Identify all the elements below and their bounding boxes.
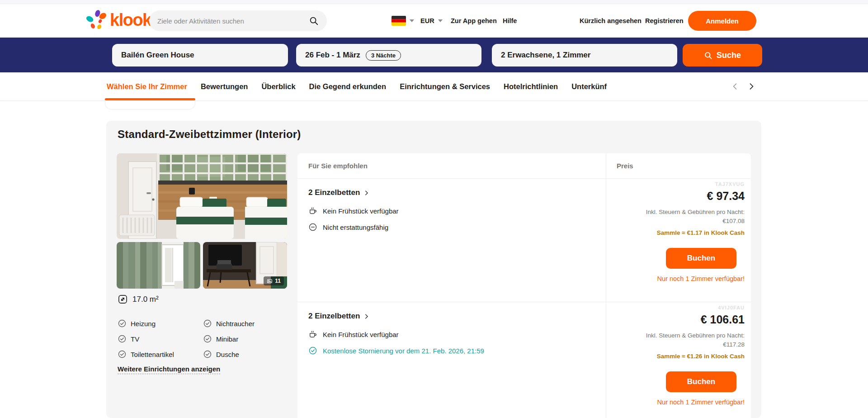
tab-hotelrichtlinien[interactable]: Hotelrichtlinien xyxy=(504,82,558,91)
destination-field[interactable]: Bailén Green House xyxy=(112,44,288,66)
room-size-value: 17.0 m² xyxy=(132,295,159,304)
bed-type-link[interactable]: 2 Einzelbetten xyxy=(308,312,370,321)
refund-policy: Nicht erstattungsfähig xyxy=(308,223,388,232)
amenity-item: TV xyxy=(118,334,203,344)
klook-logo-burst-icon xyxy=(86,10,107,30)
room-photo-main[interactable] xyxy=(117,153,287,239)
room-photo-thumb-curtains[interactable] xyxy=(117,242,200,289)
tax-note: Inkl. Steuern & Gebühren pro Nacht: xyxy=(646,332,745,339)
search-placeholder: Ziele oder Aktivitäten suchen xyxy=(157,17,309,25)
search-icon[interactable] xyxy=(309,16,319,26)
check-circle-icon xyxy=(118,334,127,343)
tabs-scroll-left-icon[interactable] xyxy=(731,72,740,100)
tabs-scroll-right-icon[interactable] xyxy=(747,72,756,100)
tax-price: €117.28 xyxy=(723,341,745,348)
book-button[interactable]: Buchen xyxy=(666,371,736,392)
tab-unterkuenfte[interactable]: Unterkünf xyxy=(571,82,607,91)
amenity-item: Minibar xyxy=(203,334,255,344)
breakfast-info: Kein Frühstück verfügbar xyxy=(308,206,399,215)
room-size-icon xyxy=(118,294,128,304)
register-link[interactable]: Registrieren xyxy=(645,4,684,38)
language-selector[interactable] xyxy=(392,4,414,38)
section-tabbar: Wählen Sie Ihr Zimmer Bewertungen Überbl… xyxy=(0,72,868,101)
chevron-right-icon xyxy=(363,190,370,196)
room-price: € 106.61 xyxy=(701,313,745,326)
tab-bewertungen[interactable]: Bewertungen xyxy=(201,82,248,91)
search-icon xyxy=(704,51,712,60)
tab-ueberblick[interactable]: Überblick xyxy=(261,82,295,91)
rate-option-row: 2 Einzelbetten Kein Frühstück verfügbar … xyxy=(297,302,751,418)
header-search-input[interactable]: Ziele oder Aktivitäten suchen xyxy=(149,10,327,31)
destination-value: Bailén Green House xyxy=(121,51,194,60)
recommended-column-header: Für Sie empfohlen xyxy=(308,153,368,178)
price-column-header: Preis xyxy=(617,153,633,178)
rate-code: TAJ7XVUG xyxy=(715,181,745,187)
tax-note: Inkl. Steuern & Gebühren pro Nacht: xyxy=(646,209,745,215)
active-tab-pill xyxy=(105,100,195,109)
rate-code: 4VIJ0FAU xyxy=(718,305,745,310)
no-refund-icon xyxy=(308,223,317,232)
chevron-down-icon xyxy=(438,19,443,22)
check-circle-icon xyxy=(203,350,212,359)
klook-logo-text: klook xyxy=(110,10,151,30)
active-tab-underline xyxy=(105,98,195,100)
photo-icon xyxy=(267,278,273,284)
tax-price: €107.08 xyxy=(722,218,745,224)
photo-count-badge[interactable]: 11 xyxy=(264,276,284,285)
klook-cash-reward: Sammle ≈ €1.17 in Klook Cash xyxy=(657,229,745,236)
klook-logo[interactable]: klook xyxy=(86,10,151,30)
guests-value: 2 Erwachsene, 1 Zimmer xyxy=(501,51,590,60)
top-strip xyxy=(0,0,868,4)
dates-value: 26 Feb - 1 März xyxy=(305,51,360,60)
room-card: Standard-Zweibettzimmer (Interior) xyxy=(106,121,761,418)
hotel-search-bar: Bailén Green House 26 Feb - 1 März 3 Näc… xyxy=(0,38,868,72)
availability-warning: Nur noch 1 Zimmer verfügbar! xyxy=(657,275,745,282)
help-link[interactable]: Hilfe xyxy=(503,4,517,38)
tab-zimmer[interactable]: Wählen Sie Ihr Zimmer xyxy=(107,82,187,91)
photo-count: 11 xyxy=(275,278,281,284)
check-circle-icon xyxy=(308,346,317,355)
chevron-down-icon xyxy=(410,19,414,22)
search-submit-button[interactable]: Suche xyxy=(683,44,762,66)
site-header: klook Ziele oder Aktivitäten suchen EUR … xyxy=(0,4,868,38)
amenities-list: Heizung Nichtraucher TV Minibar Toilette… xyxy=(118,318,255,359)
rate-option-row: 2 Einzelbetten Kein Frühstück verfügbar … xyxy=(297,178,751,302)
check-circle-icon xyxy=(118,319,127,328)
german-flag-icon xyxy=(392,16,406,26)
tab-list: Wählen Sie Ihr Zimmer Bewertungen Überbl… xyxy=(107,72,728,100)
currency-label: EUR xyxy=(420,17,434,24)
free-cancellation-policy[interactable]: Kostenlose Stornierung vor dem 21. Feb. … xyxy=(308,346,484,355)
currency-selector[interactable]: EUR xyxy=(420,4,443,38)
login-button[interactable]: Anmelden xyxy=(688,11,756,31)
nights-badge: 3 Nächte xyxy=(366,50,401,61)
availability-warning: Nur noch 1 Zimmer verfügbar! xyxy=(657,399,745,406)
guests-field[interactable]: 2 Erwachsene, 1 Zimmer xyxy=(492,44,677,66)
app-link[interactable]: Zur App gehen xyxy=(451,4,497,38)
rate-table-header: Für Sie empfohlen Preis xyxy=(297,153,751,179)
check-circle-icon xyxy=(203,334,212,343)
amenity-item: Nichtraucher xyxy=(203,318,255,328)
amenity-item: Toilettenartikel xyxy=(118,349,203,359)
tab-gegend[interactable]: Die Gegend erkunden xyxy=(309,82,387,91)
book-button[interactable]: Buchen xyxy=(666,248,736,269)
bed-type-link[interactable]: 2 Einzelbetten xyxy=(308,188,370,197)
more-amenities-link[interactable]: Weitere Einrichtungen anzeigen xyxy=(118,365,220,374)
recently-viewed-link[interactable]: Kürzlich angesehen xyxy=(580,4,642,38)
dates-field[interactable]: 26 Feb - 1 März 3 Nächte xyxy=(296,44,481,66)
klook-hotel-room-page: klook Ziele oder Aktivitäten suchen EUR … xyxy=(0,0,868,418)
check-circle-icon xyxy=(118,350,127,359)
rate-table: Für Sie empfohlen Preis 2 Einzelbetten K… xyxy=(297,153,751,418)
room-photo-thumb-desk[interactable]: 11 xyxy=(203,242,287,289)
room-size-row: 17.0 m² xyxy=(118,294,159,304)
klook-cash-reward: Sammle ≈ €1.26 in Klook Cash xyxy=(657,353,745,360)
breakfast-info: Kein Frühstück verfügbar xyxy=(308,330,399,339)
tab-einrichtungen[interactable]: Einrichtungen & Services xyxy=(400,82,490,91)
coffee-cup-icon xyxy=(308,330,317,339)
coffee-cup-icon xyxy=(308,206,317,215)
amenity-item: Dusche xyxy=(203,349,255,359)
check-circle-icon xyxy=(203,319,212,328)
room-title: Standard-Zweibettzimmer (Interior) xyxy=(118,128,301,141)
chevron-right-icon xyxy=(363,313,370,320)
room-price: € 97.34 xyxy=(707,190,745,203)
amenity-item: Heizung xyxy=(118,318,203,328)
